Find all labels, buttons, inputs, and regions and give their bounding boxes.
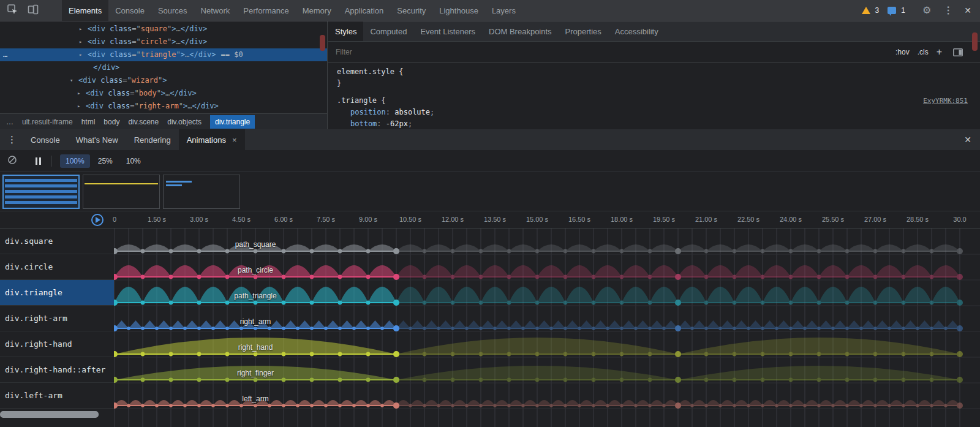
pause-all-icon[interactable]: [36, 157, 41, 165]
timeline-row-div-square[interactable]: div.square: [0, 229, 114, 254]
keyframe-dot: [704, 275, 709, 279]
panel-tab-sources[interactable]: Sources: [151, 0, 194, 21]
timeline-row-div-right-hand[interactable]: div.right-hand: [0, 331, 114, 357]
animation-preview-2[interactable]: [83, 175, 160, 209]
settings-gear-icon[interactable]: ⚙: [922, 6, 931, 15]
breadcrumb-item[interactable]: html: [81, 118, 96, 126]
keyframe-dot: [648, 275, 652, 279]
breadcrumb-item[interactable]: body: [104, 118, 119, 126]
dom-tree-node[interactable]: ▸<div class="triangle">…</div>== $0…: [0, 48, 327, 61]
dom-tree-node[interactable]: ▾<div class="wizard">: [0, 74, 327, 87]
animation-timeline: div.squarepath_squarediv.circlepath_circ…: [0, 229, 980, 427]
replay-timeline-button[interactable]: [91, 214, 104, 226]
keyframe-dot: [564, 352, 568, 357]
css-property[interactable]: bottom: -62px;: [337, 118, 980, 129]
issues-icon[interactable]: [888, 7, 896, 14]
keyframe-dot: [141, 301, 145, 305]
keyframe-dot: [507, 327, 511, 330]
css-property[interactable]: position: absolute;: [337, 107, 980, 118]
sidebar-dock-icon[interactable]: [953, 48, 963, 59]
playback-speed-100%[interactable]: 100%: [60, 154, 90, 168]
sidebar-tab-event-listeners[interactable]: Event Listeners: [413, 21, 482, 41]
dom-tree-node[interactable]: ▸<div class="circle">…</div>: [0, 36, 327, 48]
elements-scrollbar-thumb[interactable]: [320, 35, 325, 51]
animation-name-label: path_triangle: [234, 292, 276, 300]
panel-tab-application[interactable]: Application: [338, 0, 391, 21]
animation-preview-3[interactable]: [163, 175, 240, 209]
keyframe-dot: [366, 301, 371, 305]
drawer-tab-animations[interactable]: Animations×: [179, 129, 245, 150]
timeline-row-div-right-arm[interactable]: div.right-arm: [0, 306, 114, 331]
more-options-icon[interactable]: ⋮: [943, 6, 953, 15]
keyframe-dot: [169, 327, 173, 330]
sidebar-tab-accessibility[interactable]: Accessibility: [608, 21, 665, 41]
keyframe-dot: [366, 404, 370, 407]
css-rule-selector[interactable]: element.style {: [337, 66, 980, 78]
stylesheet-source-link[interactable]: ExyYRMK:851: [923, 95, 968, 107]
styles-sidebar: StylesComputedEvent ListenersDOM Breakpo…: [328, 21, 980, 129]
keyframe-dot: [409, 404, 412, 407]
css-rule-selector[interactable]: .triangle {ExyYRMK:851: [337, 95, 980, 107]
panel-tab-layers[interactable]: Layers: [485, 0, 522, 21]
breadcrumb-item[interactable]: ult.result-iframe: [22, 118, 73, 126]
keyframe-dot: [817, 352, 821, 357]
warning-icon[interactable]: [862, 7, 870, 14]
drawer-tab-what-s-new[interactable]: What's New: [68, 129, 126, 150]
styles-scrollbar-thumb[interactable]: [972, 32, 978, 51]
panel-tab-elements[interactable]: Elements: [62, 0, 108, 21]
timeline-row-div-left-arm[interactable]: div.left-arm: [0, 383, 114, 409]
drawer-menu-icon[interactable]: ⋮: [0, 134, 23, 145]
dom-tree-node[interactable]: </div>: [0, 61, 327, 74]
dom-tree-node[interactable]: ▸<div class="body">…</div>: [0, 87, 327, 100]
sidebar-tab-dom-breakpoints[interactable]: DOM Breakpoints: [482, 21, 559, 41]
panel-tab-lighthouse[interactable]: Lighthouse: [432, 0, 485, 21]
keyframe-dot: [733, 275, 737, 279]
playback-speed-25%[interactable]: 25%: [92, 154, 118, 168]
keyframe-dot: [606, 327, 609, 330]
keyframe-dot: [873, 249, 878, 254]
panel-tab-security[interactable]: Security: [390, 0, 432, 21]
breadcrumb-item[interactable]: div.objects: [167, 118, 202, 126]
breadcrumb-item[interactable]: div.scene: [128, 118, 159, 126]
device-toolbar-icon[interactable]: [28, 4, 39, 17]
keyframe-dot: [114, 351, 118, 357]
dom-tree-node[interactable]: ▸<div class="square">…</div>: [0, 23, 327, 36]
keyframe-dot: [662, 404, 666, 407]
breadcrumb-item[interactable]: …: [6, 118, 13, 126]
sidebar-tab-styles[interactable]: Styles: [328, 21, 363, 41]
time-tick-label: 22.50 s: [737, 216, 760, 223]
timeline-row-div-circle[interactable]: div.circle: [0, 254, 114, 280]
clear-animations-icon[interactable]: [7, 155, 17, 167]
keyframe-dot: [675, 351, 681, 357]
keyframe-dot: [675, 248, 681, 254]
panel-tab-memory[interactable]: Memory: [296, 0, 338, 21]
playback-speed-10%[interactable]: 10%: [121, 154, 146, 168]
breadcrumb-item[interactable]: div.triangle: [210, 115, 255, 129]
keyframe-dot: [620, 404, 624, 407]
keyframe-dot: [916, 404, 919, 407]
drawer-tab-rendering[interactable]: Rendering: [126, 129, 179, 150]
time-tick-label: 28.50 s: [907, 216, 929, 223]
horizontal-scrollbar-thumb[interactable]: [0, 411, 99, 418]
animation-preview-1[interactable]: [2, 175, 80, 209]
close-tab-icon[interactable]: ×: [232, 135, 237, 145]
close-drawer-icon[interactable]: ✕: [964, 135, 971, 145]
timeline-row-div-right-hand-after[interactable]: div.right-hand::after: [0, 357, 114, 383]
keyframe-dot: [423, 275, 427, 279]
panel-tab-network[interactable]: Network: [194, 0, 237, 21]
toggle-hover-state-button[interactable]: :hov: [895, 48, 910, 56]
sidebar-tab-properties[interactable]: Properties: [559, 21, 608, 41]
timeline-row-div-triangle[interactable]: div.triangle: [0, 280, 114, 306]
drawer-tab-console[interactable]: Console: [23, 129, 68, 150]
styles-filter-input[interactable]: [336, 48, 507, 56]
panel-tab-performance[interactable]: Performance: [236, 0, 295, 21]
keyframe-dot: [704, 352, 709, 357]
inspect-element-icon[interactable]: [7, 4, 18, 17]
toggle-classes-button[interactable]: .cls: [918, 48, 929, 56]
panel-tab-console[interactable]: Console: [108, 0, 151, 21]
close-devtools-icon[interactable]: ✕: [964, 6, 971, 15]
sidebar-tab-computed[interactable]: Computed: [363, 21, 413, 41]
new-style-rule-icon[interactable]: +: [937, 47, 942, 58]
dom-tree-node[interactable]: ▸<div class="right-arm">…</div>: [0, 100, 327, 113]
keyframe-dot: [423, 404, 426, 407]
